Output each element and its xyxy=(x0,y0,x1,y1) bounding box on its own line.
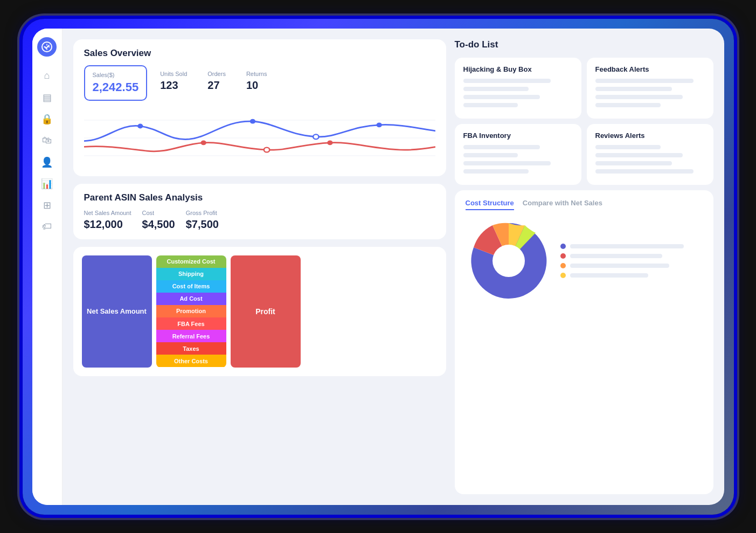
svg-point-5 xyxy=(313,134,318,139)
cost-metric: Cost $4,500 xyxy=(142,210,175,231)
sales-overview-title: Sales Overview xyxy=(84,48,435,59)
main-content: Sales Overview Sales($) 2,242.55 Units S… xyxy=(63,29,724,505)
cost-value: $4,500 xyxy=(142,218,175,231)
profit-bar: Profit xyxy=(231,255,301,368)
segment-promotion: Promotion xyxy=(156,305,226,317)
segment-shipping: Shipping xyxy=(156,268,226,280)
sales-label: Sales($) xyxy=(93,72,139,78)
orders-metric-card: Orders 27 xyxy=(200,65,233,101)
orders-value: 27 xyxy=(207,79,226,92)
svg-point-4 xyxy=(249,119,255,123)
skeleton xyxy=(595,95,683,99)
segment-taxes: Taxes xyxy=(156,342,226,355)
stacked-cost-bar: Customized Cost Shipping Cost of Items A… xyxy=(156,255,226,368)
skeleton xyxy=(463,95,540,99)
cost-structure-content xyxy=(466,218,703,304)
svg-point-6 xyxy=(376,122,382,127)
todo-card-feedback: Feedback Alerts xyxy=(587,58,713,119)
todo-reviews-title: Reviews Alerts xyxy=(595,131,705,140)
legend-item-3 xyxy=(560,263,703,268)
net-sales-bar: Net Sales Amount xyxy=(82,255,152,368)
left-panel: Sales Overview Sales($) 2,242.55 Units S… xyxy=(73,39,446,494)
right-panel: To-do List Hijacking & Buy Box Feed xyxy=(455,39,713,494)
legend-item-4 xyxy=(560,273,703,278)
segment-other-costs: Other Costs xyxy=(156,355,226,367)
net-sales-label: Net Sales Amount xyxy=(84,210,131,216)
inbox-nav-icon[interactable]: ▤ xyxy=(38,89,56,106)
orders-label: Orders xyxy=(207,71,226,77)
units-value: 123 xyxy=(160,79,187,92)
legend-dot-4 xyxy=(560,273,566,278)
parent-asin-title: Parent ASIN Sales Analysis xyxy=(84,192,435,203)
stacked-bar-chart-card: Net Sales Amount Customized Cost Shippin… xyxy=(73,247,446,376)
svg-point-8 xyxy=(263,147,269,152)
returns-metric-card: Returns 10 xyxy=(239,65,275,101)
skeleton xyxy=(595,161,672,165)
skeleton xyxy=(595,153,683,157)
asin-metrics-row: Net Sales Amount $12,000 Cost $4,500 Gro… xyxy=(84,210,435,231)
inner-frame: ⌂ ▤ 🔒 🛍 👤 📊 ⊞ 🏷 Sales Overview xyxy=(32,29,724,505)
gross-profit-value: $7,500 xyxy=(186,218,219,231)
cost-structure-tab[interactable]: Cost Structure xyxy=(466,199,514,210)
top-section: Sales Overview Sales($) 2,242.55 Units S… xyxy=(73,39,713,494)
todo-feedback-title: Feedback Alerts xyxy=(595,65,705,73)
svg-point-9 xyxy=(327,140,332,145)
cost-structure-legend xyxy=(560,244,703,278)
metrics-row: Sales($) 2,242.55 Units Sold 123 Orders xyxy=(84,65,435,101)
skeleton xyxy=(595,169,694,174)
skeleton xyxy=(595,145,661,149)
sales-metric-card: Sales($) 2,242.55 xyxy=(84,65,148,101)
segment-fba-fees: FBA Fees xyxy=(156,317,226,330)
todo-card-reviews: Reviews Alerts xyxy=(587,124,713,185)
cost-structure-tabs: Cost Structure Compare with Net Sales xyxy=(466,199,703,210)
segment-cost-of-items: Cost of Items xyxy=(156,280,226,293)
bag-nav-icon[interactable]: 🛍 xyxy=(38,132,56,149)
svg-point-7 xyxy=(200,140,206,145)
units-label: Units Sold xyxy=(160,71,187,77)
cost-pie-chart xyxy=(466,218,552,304)
todo-card-fba: FBA Inventory xyxy=(455,124,581,185)
net-sales-value: $12,000 xyxy=(84,218,131,231)
skeleton xyxy=(463,103,518,107)
sidebar-logo[interactable] xyxy=(37,37,57,57)
gross-profit-label: Gross Profit xyxy=(186,210,219,216)
net-sales-metric: Net Sales Amount $12,000 xyxy=(84,210,131,231)
sidebar: ⌂ ▤ 🔒 🛍 👤 📊 ⊞ 🏷 xyxy=(32,29,63,505)
legend-dot-3 xyxy=(560,263,566,268)
sales-line-chart xyxy=(84,108,435,168)
grid-nav-icon[interactable]: ⊞ xyxy=(38,197,56,214)
legend-item-1 xyxy=(560,244,703,249)
skeleton xyxy=(595,103,661,107)
skeleton xyxy=(463,169,529,174)
segment-customized-cost: Customized Cost xyxy=(156,255,226,268)
home-nav-icon[interactable]: ⌂ xyxy=(38,67,56,85)
sales-overview-card: Sales Overview Sales($) 2,242.55 Units S… xyxy=(73,39,446,176)
net-sales-bar-label: Net Sales Amount xyxy=(87,307,147,315)
segment-referral-fees: Referral Fees xyxy=(156,330,226,342)
todo-fba-title: FBA Inventory xyxy=(463,131,573,140)
lock-nav-icon[interactable]: 🔒 xyxy=(38,110,56,128)
compare-net-sales-tab[interactable]: Compare with Net Sales xyxy=(523,199,602,210)
skeleton xyxy=(463,153,518,157)
skeleton xyxy=(595,79,694,83)
chart-nav-icon[interactable]: 📊 xyxy=(38,175,56,192)
svg-point-3 xyxy=(137,123,143,128)
sales-value: 2,242.55 xyxy=(93,80,139,94)
legend-skeleton-4 xyxy=(570,273,648,278)
returns-label: Returns xyxy=(246,71,267,77)
legend-dot-1 xyxy=(560,244,566,249)
person-nav-icon[interactable]: 👤 xyxy=(38,154,56,171)
cost-structure-card: Cost Structure Compare with Net Sales xyxy=(455,190,713,494)
skeleton xyxy=(463,79,551,83)
todo-title: To-do List xyxy=(455,39,713,50)
legend-skeleton-2 xyxy=(570,254,663,258)
skeleton xyxy=(595,87,672,91)
tag-nav-icon[interactable]: 🏷 xyxy=(38,218,56,236)
legend-item-2 xyxy=(560,253,703,259)
skeleton xyxy=(463,145,540,149)
units-metric-card: Units Sold 123 xyxy=(152,65,195,101)
outer-frame: ⌂ ▤ 🔒 🛍 👤 📊 ⊞ 🏷 Sales Overview xyxy=(23,19,734,515)
segment-ad-cost: Ad Cost xyxy=(156,293,226,305)
returns-value: 10 xyxy=(246,79,267,92)
skeleton xyxy=(463,87,529,91)
